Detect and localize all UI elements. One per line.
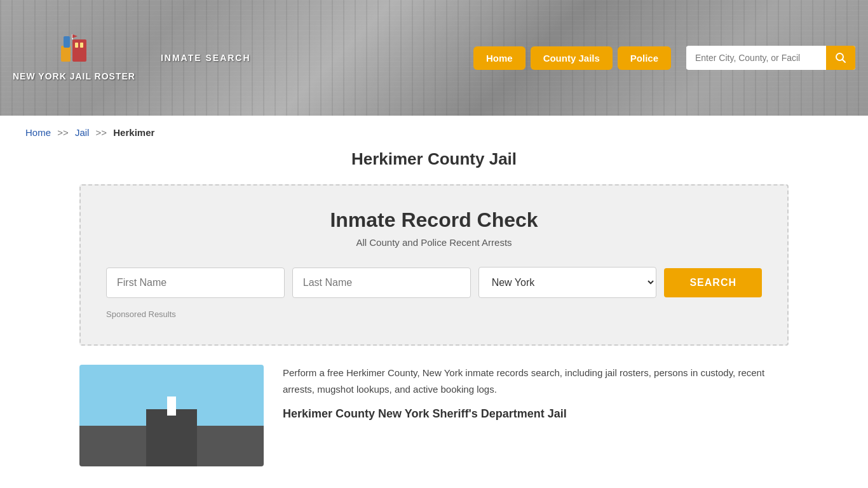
record-check-title: Inmate Record Check [106,208,762,232]
svg-rect-0 [61,46,71,62]
state-select[interactable]: New York Alabama Alaska Arizona Californ… [478,267,657,298]
inmate-search-label: INMATE SEARCH [161,53,251,63]
breadcrumb-sep-1: >> [57,127,69,138]
breadcrumb-jail-link[interactable]: Jail [75,127,90,138]
police-nav-button[interactable]: Police [618,46,671,70]
search-icon [835,52,846,64]
page-title: Herkimer County Jail [0,149,868,169]
logo-icon [55,33,93,68]
sponsored-results-label: Sponsored Results [106,309,762,319]
svg-rect-1 [72,39,86,62]
lower-section: Perform a free Herkimer County, New York… [0,365,868,485]
header-search-input[interactable] [686,46,826,69]
record-check-subtitle: All County and Police Recent Arrests [106,237,762,248]
lower-description: Perform a free Herkimer County, New York… [283,365,789,397]
svg-marker-6 [72,34,78,38]
header-search-button[interactable] [826,46,855,70]
nav-area: Home County Jails Police [473,46,855,70]
search-button[interactable]: SEARCH [664,268,762,297]
header-search-bar [686,46,855,70]
breadcrumb: Home >> Jail >> Herkimer [0,116,868,149]
breadcrumb-current: Herkimer [113,127,154,138]
svg-rect-4 [80,43,83,48]
svg-rect-3 [75,43,78,48]
lower-image [79,365,264,466]
search-form: New York Alabama Alaska Arizona Californ… [106,267,762,298]
logo-text: NEW YORK JAIL ROSTER [13,71,135,82]
breadcrumb-home-link[interactable]: Home [25,127,51,138]
home-nav-button[interactable]: Home [473,46,526,70]
lower-subtitle: Herkimer County New York Sheriff's Depar… [283,407,789,421]
record-check-box: Inmate Record Check All County and Polic… [79,184,789,346]
logo-area: NEW YORK JAIL ROSTER [13,33,135,82]
site-header: NEW YORK JAIL ROSTER INMATE SEARCH Home … [0,0,868,116]
lower-text: Perform a free Herkimer County, New York… [283,365,789,466]
first-name-input[interactable] [106,268,285,298]
svg-line-8 [843,60,846,63]
breadcrumb-sep-2: >> [96,127,107,138]
county-jails-nav-button[interactable]: County Jails [531,46,613,70]
last-name-input[interactable] [292,268,471,298]
svg-rect-2 [64,36,70,48]
